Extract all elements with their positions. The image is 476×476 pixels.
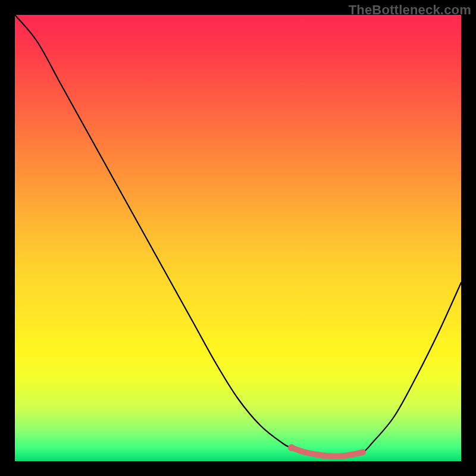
chart-curve-layer [15,15,461,461]
trough-start-dot [288,444,295,452]
trough-marker [292,448,363,456]
chart-plot-area [15,15,461,461]
bottleneck-curve [15,15,461,458]
watermark-text: TheBottleneck.com [349,2,471,18]
